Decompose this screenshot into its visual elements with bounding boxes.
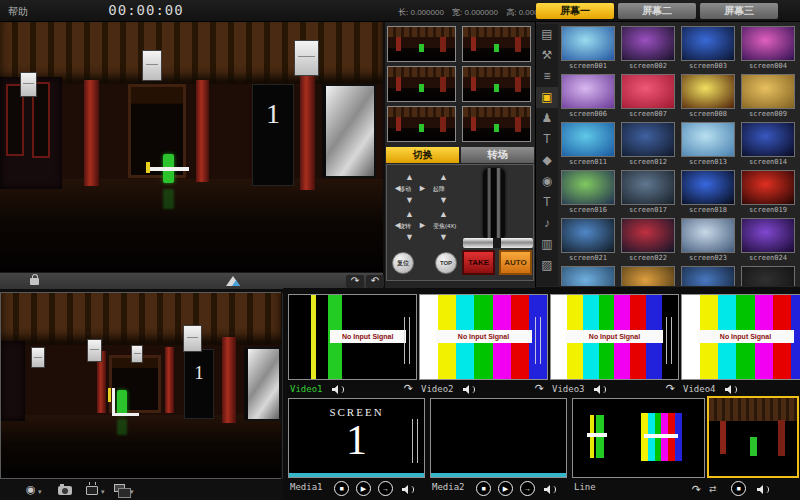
library-item[interactable]: screen009 (738, 72, 798, 120)
swap-arrow-icon[interactable]: ↷ (535, 382, 544, 395)
swap-arrow-icon[interactable]: ↷ (666, 382, 675, 395)
auto-button[interactable]: AUTO (499, 250, 532, 275)
stop-button[interactable]: ■ (476, 481, 491, 496)
library-item[interactable]: screen022 (618, 216, 678, 264)
t-bar-track[interactable] (483, 168, 505, 240)
speaker-icon[interactable] (332, 385, 344, 394)
library-item[interactable]: screen017 (618, 168, 678, 216)
video-clip-icon[interactable]: ▥ (536, 234, 558, 255)
speaker-icon[interactable] (544, 485, 556, 494)
camera-angle-5[interactable] (387, 106, 456, 142)
restore-arrow-button[interactable]: ↷ (346, 275, 364, 288)
camera-angle-2[interactable] (462, 26, 531, 62)
rig-icon[interactable]: ⚒ (536, 45, 558, 66)
arrow-down-icon[interactable]: ▼ (405, 233, 414, 242)
rotate-pad[interactable]: ▲ ▼ ◄ ► 旋转 (393, 210, 427, 242)
tab-screen-2[interactable]: 屏幕二 (618, 3, 696, 19)
library-item[interactable]: screen004 (738, 24, 798, 72)
speaker-icon[interactable] (725, 385, 737, 394)
media1-panel[interactable]: SCREEN 1 Media1 ■ ▶ → (288, 398, 425, 498)
reset-button[interactable]: 复位 (392, 252, 414, 274)
stop-button[interactable]: ■ (731, 481, 746, 496)
image-icon[interactable]: ▨ (536, 255, 558, 276)
undo-arrow-button[interactable]: ↶ (366, 275, 384, 288)
play-button[interactable]: ▶ (356, 481, 371, 496)
move-pad[interactable]: ▲ ▼ ◄ ► 移动 (393, 173, 427, 205)
playlist-icon[interactable]: ≡ (536, 66, 558, 87)
lift-pad[interactable]: ▲ ▼ 起降 (427, 173, 461, 205)
video2-panel[interactable]: No Input Signal Video2 ↷ (419, 294, 548, 398)
library-item[interactable]: screen028 (678, 264, 738, 286)
camera-angle-3[interactable] (387, 66, 456, 102)
swap-arrow-icon[interactable]: ↷ (404, 382, 413, 395)
transition-icon[interactable]: ⇄ (709, 484, 717, 494)
library-item[interactable]: screen012 (618, 120, 678, 168)
layers-icon[interactable] (114, 484, 125, 492)
playback-progress-bar[interactable] (431, 473, 566, 477)
camera-angle-6[interactable] (462, 106, 531, 142)
sphere-icon[interactable]: ◉ (536, 171, 558, 192)
caret-down-icon[interactable]: ▾ (101, 488, 105, 496)
object-icon[interactable]: ◆ (536, 150, 558, 171)
library-item[interactable]: screen011 (558, 120, 618, 168)
arrow-down-icon[interactable]: ▼ (439, 196, 448, 205)
arrow-down-icon[interactable]: ▼ (439, 233, 448, 242)
library-item[interactable]: screen003 (678, 24, 738, 72)
speaker-icon[interactable] (757, 485, 769, 494)
video3-panel[interactable]: No Input Signal Video3 ↷ (550, 294, 679, 398)
tab-screen-3[interactable]: 屏幕三 (700, 3, 778, 19)
arrow-down-icon[interactable]: ▼ (405, 196, 414, 205)
top-button[interactable]: TOP (435, 252, 457, 274)
speaker-icon[interactable] (402, 485, 414, 494)
library-item[interactable]: screen018 (678, 168, 738, 216)
library-item[interactable]: screen008 (678, 72, 738, 120)
library-item[interactable]: screen019 (738, 168, 798, 216)
library-item[interactable]: screen027 (618, 264, 678, 286)
landscape-icon[interactable] (226, 276, 240, 286)
record-icon[interactable]: ◉ (26, 483, 36, 496)
library-item[interactable]: screen023 (678, 216, 738, 264)
program-output-panel[interactable]: ⇄ ■ (707, 396, 799, 496)
library-item[interactable]: screen016 (558, 168, 618, 216)
library-item[interactable]: screen026 (558, 264, 618, 286)
library-item[interactable]: screen021 (558, 216, 618, 264)
swap-arrow-icon[interactable]: ↷ (692, 483, 701, 496)
tv-output-icon[interactable] (86, 486, 98, 495)
program-preview-viewport[interactable]: 1 (0, 22, 383, 272)
library-item[interactable]: screen014 (738, 120, 798, 168)
library-item[interactable]: screen006 (558, 72, 618, 120)
play-button[interactable]: ▶ (498, 481, 513, 496)
caret-down-icon[interactable]: ▾ (38, 488, 42, 496)
next-button[interactable]: → (378, 481, 393, 496)
playback-progress-bar[interactable] (289, 473, 424, 477)
help-menu[interactable]: 帮助 (8, 5, 28, 19)
arrow-up-icon[interactable]: ▲ (405, 210, 414, 219)
lock-icon[interactable] (30, 278, 39, 285)
video4-panel[interactable]: No Input Signal Video4 (681, 294, 800, 398)
speaker-icon[interactable] (463, 385, 475, 394)
title-art-icon[interactable]: T (536, 129, 558, 150)
caret-down-icon[interactable]: ▾ (130, 488, 134, 496)
screen-monitor-icon[interactable]: ▣ (536, 87, 558, 108)
snapshot-camera-icon[interactable] (58, 486, 72, 495)
camera-angle-1[interactable] (387, 26, 456, 62)
arrow-up-icon[interactable]: ▲ (405, 173, 414, 182)
arrow-up-icon[interactable]: ▲ (439, 210, 448, 219)
arrow-up-icon[interactable]: ▲ (439, 173, 448, 182)
zoom-pad[interactable]: ▲ ▼ 变焦(4X) (427, 210, 461, 242)
library-item[interactable]: screen007 (618, 72, 678, 120)
text-icon[interactable]: T (536, 192, 558, 213)
stop-button[interactable]: ■ (334, 481, 349, 496)
library-item[interactable]: screen001 (558, 24, 618, 72)
media-save-icon[interactable]: ▤ (536, 24, 558, 45)
tab-switch[interactable]: 切换 (386, 147, 459, 163)
character-icon[interactable]: ♟ (536, 108, 558, 129)
speaker-icon[interactable] (594, 385, 606, 394)
camera-angle-4[interactable] (462, 66, 531, 102)
tab-transition[interactable]: 转场 (461, 147, 534, 163)
preview-viewport-secondary[interactable]: 1 (0, 292, 281, 479)
library-item[interactable]: screen013 (678, 120, 738, 168)
music-icon[interactable]: ♪ (536, 213, 558, 234)
take-button[interactable]: TAKE (462, 250, 495, 275)
next-button[interactable]: → (520, 481, 535, 496)
